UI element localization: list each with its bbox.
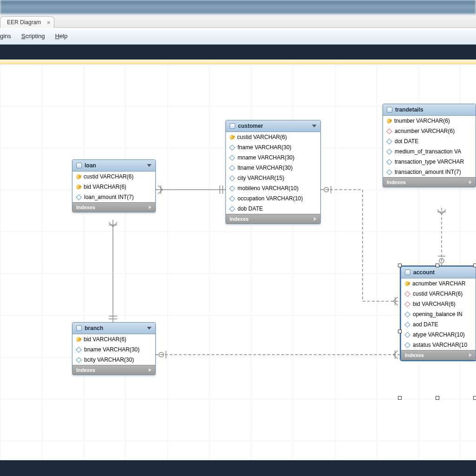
indexes-footer[interactable]: Indexes [383,177,476,187]
entity-title: loan [85,162,144,169]
entity-account[interactable]: account acnumber VARCHAR custid VARCHAR(… [401,266,476,360]
chevron-down-icon[interactable] [147,327,152,330]
column-row[interactable]: dot DATE [383,136,476,146]
entity-header[interactable]: branch [73,323,155,334]
column-row[interactable]: custid VARCHAR(6) [401,289,476,299]
column-row[interactable]: ltname VARCHAR(30) [226,163,320,173]
column-icon [386,169,392,175]
column-row[interactable]: medium_of_transaction VA [383,146,476,157]
entity-customer[interactable]: customer custid VARCHAR(6) fname VARCHAR… [225,120,321,224]
svg-point-2 [439,258,444,263]
column-row[interactable]: aod DATE [401,319,476,330]
key-icon [229,134,235,140]
diagram-canvas[interactable]: loan custid VARCHAR(6) bid VARCHAR(6) lo… [0,64,476,476]
entity-trandetails[interactable]: trandetails tnumber VARCHAR(6) acnumber … [383,104,476,187]
column-icon [404,311,410,317]
column-row[interactable]: custid VARCHAR(6) [226,132,320,142]
resize-handle[interactable] [436,396,439,400]
column-icon [76,347,82,353]
column-icon [229,196,235,202]
column-row[interactable]: dob DATE [226,204,320,214]
column-icon [386,159,392,165]
table-icon [405,270,410,275]
column-icon [386,149,392,155]
entity-title: trandetails [395,106,472,113]
entity-title: account [413,269,472,276]
entity-title: customer [238,123,309,129]
titlebar-blur [0,0,476,14]
entity-header[interactable]: loan [73,160,155,172]
chevron-right-icon [314,217,317,221]
key-icon [76,174,82,180]
entity-loan[interactable]: loan custid VARCHAR(6) bid VARCHAR(6) lo… [72,159,156,212]
chevron-down-icon[interactable] [312,125,317,127]
indexes-footer[interactable]: Indexes [73,365,155,375]
svg-point-0 [324,187,329,192]
indexes-footer[interactable]: Indexes [401,350,476,360]
key-icon [76,184,82,190]
resize-handle[interactable] [473,396,476,400]
column-row[interactable]: atype VARCHAR(10) [401,330,476,340]
column-row[interactable]: mobileno VARCHAR(10) [226,183,320,193]
column-icon [229,185,235,192]
column-row[interactable]: transaction_amount INT(7) [383,167,476,177]
column-row[interactable]: custid VARCHAR(6) [73,172,155,182]
column-row[interactable]: acnumber VARCHAR [401,278,476,289]
resize-handle[interactable] [398,264,402,267]
key-icon [386,118,392,124]
column-row[interactable]: transaction_type VARCHAR [383,157,476,167]
column-row[interactable]: bid VARCHAR(6) [73,334,155,344]
key-icon [404,281,410,287]
column-icon [404,342,410,348]
fk-icon [386,128,392,134]
column-icon [76,357,82,363]
column-row[interactable]: fname VARCHAR(30) [226,142,320,152]
resize-handle[interactable] [398,330,402,333]
column-icon [229,165,235,171]
entity-branch[interactable]: branch bid VARCHAR(6) bname VARCHAR(30) … [72,322,156,375]
column-icon [229,145,235,151]
menu-scripting[interactable]: Scripting [21,33,45,40]
resize-handle[interactable] [398,396,402,400]
resize-handle[interactable] [473,264,476,267]
indexes-footer[interactable]: Indexes [226,214,320,224]
tab-strip: EER Diagram × [0,14,476,28]
entity-header[interactable]: customer [226,120,320,132]
toolbar-dark [0,45,476,60]
column-icon [229,155,235,161]
column-icon [404,332,410,338]
column-row[interactable]: bcity VARCHAR(30) [73,355,155,365]
table-icon [230,123,235,129]
entity-header[interactable]: account [401,267,476,278]
svg-point-1 [159,352,164,357]
column-row[interactable]: acnumber VARCHAR(6) [383,126,476,136]
column-row[interactable]: city VARCHAR(15) [226,173,320,183]
chevron-down-icon[interactable] [147,164,152,167]
entity-header[interactable]: trandetails [383,104,476,116]
column-row[interactable]: astatus VARCHAR(10 [401,340,476,350]
column-row[interactable]: bid VARCHAR(6) [401,299,476,309]
chevron-right-icon [149,205,152,209]
column-row[interactable]: loan_amount INT(7) [73,192,155,202]
column-row[interactable]: tnumber VARCHAR(6) [383,116,476,126]
table-icon [387,107,392,112]
table-icon [76,325,82,331]
fk-icon [404,291,410,297]
column-row[interactable]: bname VARCHAR(30) [73,344,155,355]
indexes-footer[interactable]: Indexes [73,202,155,212]
menu-plugins[interactable]: gins [0,33,11,40]
menu-help[interactable]: Help [55,33,67,40]
column-row[interactable]: opening_balance IN [401,309,476,319]
entity-title: branch [85,325,144,331]
column-row[interactable]: occupation VARCHAR(10) [226,193,320,204]
column-icon [76,194,82,200]
tab-eer-diagram[interactable]: EER Diagram × [0,16,54,28]
close-icon[interactable]: × [47,19,51,26]
column-row[interactable]: bid VARCHAR(6) [73,182,155,192]
chevron-right-icon [149,368,152,372]
footer-dark [0,460,476,476]
column-row[interactable]: mname VARCHAR(30) [226,152,320,163]
key-icon [76,337,82,343]
table-icon [76,163,82,168]
resize-handle[interactable] [436,264,439,267]
